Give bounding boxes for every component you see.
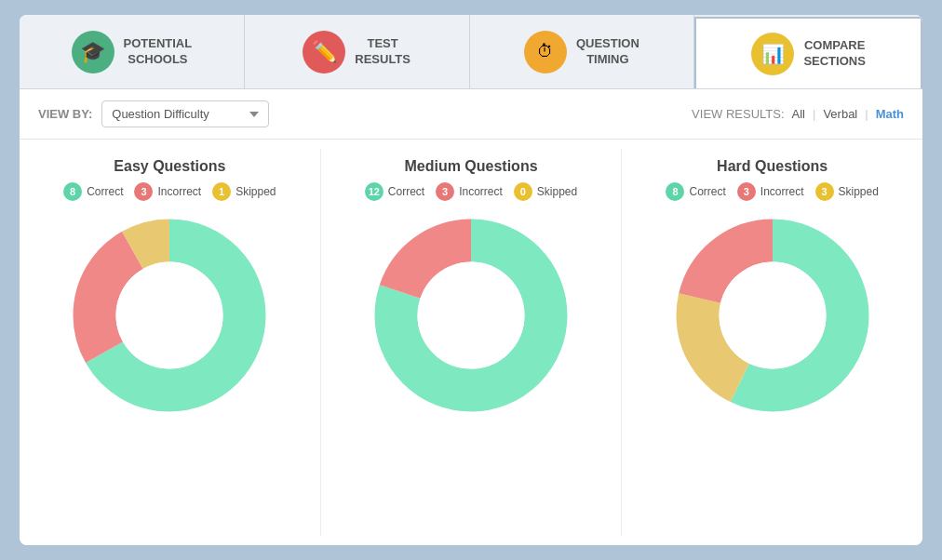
medium-donut-svg — [364, 208, 578, 422]
hard-skipped-badge: 3 — [815, 182, 834, 201]
chart-panel-medium: Medium Questions 12 Correct 3 Incorrect … — [321, 149, 623, 536]
easy-legend-incorrect: 3 Incorrect — [134, 182, 201, 201]
hard-skipped-label: Skipped — [839, 185, 879, 198]
medium-incorrect-badge: 3 — [436, 182, 454, 201]
view-by-label: VIEW BY: — [38, 107, 92, 121]
view-results-all[interactable]: All — [792, 107, 805, 121]
hard-chart-title: Hard Questions — [717, 158, 828, 175]
easy-correct-badge: 8 — [63, 182, 82, 201]
hard-legend-incorrect: 3 Incorrect — [737, 182, 804, 201]
dropdown-arrow-icon — [249, 112, 259, 117]
view-by-dropdown[interactable]: Question Difficulty — [101, 100, 269, 127]
easy-donut-chart — [62, 208, 276, 422]
hard-incorrect-badge: 3 — [737, 182, 756, 201]
view-by-value: Question Difficulty — [112, 107, 209, 121]
easy-skipped-label: Skipped — [236, 185, 276, 198]
potential-schools-icon: 🎓 — [72, 31, 114, 73]
easy-correct-label: Correct — [87, 185, 123, 198]
easy-legend-correct: 8 Correct — [63, 182, 123, 201]
medium-legend-correct: 12 Correct — [365, 182, 424, 201]
hard-correct-badge: 8 — [666, 182, 684, 201]
tab-compare-sections-label: COMPARE SECTIONS — [803, 38, 865, 70]
view-by-section: VIEW BY: Question Difficulty — [38, 100, 269, 127]
tab-question-timing-label: QUESTION TIMING — [576, 36, 639, 68]
easy-donut-hole — [116, 262, 223, 369]
hard-legend-correct: 8 Correct — [666, 182, 725, 201]
question-timing-icon: ⏱ — [524, 31, 567, 73]
medium-donut-chart — [364, 208, 578, 422]
hard-donut-hole — [719, 262, 826, 369]
medium-donut-hole — [418, 262, 525, 369]
hard-correct-label: Correct — [689, 185, 725, 198]
easy-incorrect-badge: 3 — [134, 182, 153, 201]
medium-correct-label: Correct — [388, 185, 424, 198]
view-results-label: VIEW RESULTS: — [692, 107, 784, 121]
medium-chart-title: Medium Questions — [404, 158, 537, 175]
easy-legend: 8 Correct 3 Incorrect 1 Skipped — [63, 182, 276, 201]
medium-correct-badge: 12 — [365, 182, 384, 201]
medium-legend: 12 Correct 3 Incorrect 0 Skipped — [365, 182, 577, 201]
separator-1: | — [813, 107, 815, 121]
tab-test-results[interactable]: ✏️ TEST RESULTS — [245, 15, 470, 88]
hard-incorrect-label: Incorrect — [760, 185, 804, 198]
view-results-section: VIEW RESULTS: All | Verbal | Math — [692, 107, 904, 121]
charts-area: Easy Questions 8 Correct 3 Incorrect 1 S… — [20, 140, 922, 545]
tab-potential-schools-label: POTENTIAL SCHOOLS — [124, 36, 193, 68]
separator-2: | — [865, 107, 868, 121]
compare-sections-icon: 📊 — [751, 33, 794, 75]
hard-legend: 8 Correct 3 Incorrect 3 Skipped — [666, 182, 878, 201]
tab-compare-sections[interactable]: 📊 COMPARE SECTIONS — [694, 17, 922, 88]
nav-tabs: 🎓 POTENTIAL SCHOOLS ✏️ TEST RESULTS ⏱ QU… — [20, 15, 922, 89]
chart-panel-hard: Hard Questions 8 Correct 3 Incorrect 3 S… — [622, 149, 922, 536]
tab-test-results-label: TEST RESULTS — [355, 36, 410, 68]
test-results-icon: ✏️ — [303, 31, 345, 73]
easy-donut-svg — [62, 208, 276, 422]
easy-incorrect-label: Incorrect — [157, 185, 201, 198]
hard-legend-skipped: 3 Skipped — [815, 182, 879, 201]
medium-skipped-badge: 0 — [514, 182, 532, 201]
tab-potential-schools[interactable]: 🎓 POTENTIAL SCHOOLS — [20, 15, 245, 88]
medium-skipped-label: Skipped — [537, 185, 577, 198]
easy-legend-skipped: 1 Skipped — [212, 182, 276, 201]
medium-incorrect-label: Incorrect — [459, 185, 503, 198]
easy-skipped-badge: 1 — [212, 182, 231, 201]
hard-donut-chart — [666, 208, 880, 422]
easy-chart-title: Easy Questions — [114, 158, 225, 175]
main-container: 🎓 POTENTIAL SCHOOLS ✏️ TEST RESULTS ⏱ QU… — [20, 15, 922, 545]
medium-legend-incorrect: 3 Incorrect — [436, 182, 503, 201]
toolbar: VIEW BY: Question Difficulty VIEW RESULT… — [20, 89, 922, 140]
view-results-math[interactable]: Math — [876, 107, 904, 121]
hard-donut-svg — [666, 208, 880, 422]
view-results-verbal[interactable]: Verbal — [823, 107, 857, 121]
tab-question-timing[interactable]: ⏱ QUESTION TIMING — [470, 15, 695, 88]
medium-legend-skipped: 0 Skipped — [514, 182, 577, 201]
chart-panel-easy: Easy Questions 8 Correct 3 Incorrect 1 S… — [20, 149, 321, 536]
